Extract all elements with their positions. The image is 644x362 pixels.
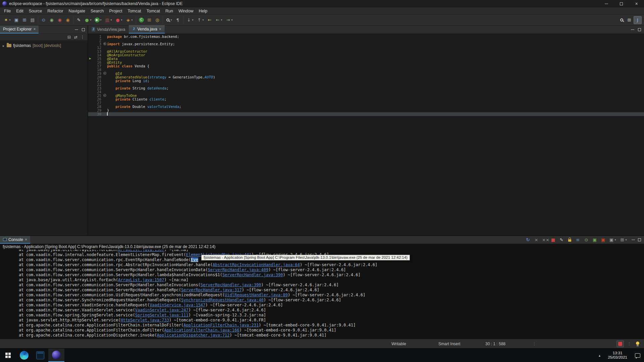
external-tools-button[interactable]: ◈▾ xyxy=(124,16,134,24)
close-console-icon[interactable]: × xyxy=(25,238,27,242)
open-type-button[interactable]: ◎ xyxy=(154,16,161,24)
code-line[interactable]: 28 private Double valorTotalVenda; xyxy=(88,105,644,109)
menu-refactor[interactable]: Refactor xyxy=(45,7,66,15)
stacktrace-link[interactable]: ApplicationFilterChain.java:166 xyxy=(164,328,239,333)
code-line[interactable]: 18 xyxy=(88,68,644,72)
fold-minus-icon[interactable]: − xyxy=(103,72,106,75)
menu-tomcat[interactable]: Tomcat xyxy=(144,7,163,15)
fold-ruler[interactable] xyxy=(102,86,107,90)
new-java-class-button[interactable]: C xyxy=(138,16,145,24)
tomcat-restart-button[interactable]: ◉ xyxy=(64,16,71,24)
annotation-ruler[interactable] xyxy=(88,53,93,57)
fold-ruler[interactable] xyxy=(102,46,107,50)
tab-venda-java[interactable]: J Venda.java × xyxy=(129,25,165,34)
code-text[interactable] xyxy=(107,101,644,105)
back-history-button[interactable]: ←▾ xyxy=(214,16,224,24)
start-button[interactable] xyxy=(0,349,16,362)
tips-button[interactable] xyxy=(635,342,641,346)
stacktrace-link[interactable]: SynchronizedRequestHandler.java:40 xyxy=(181,298,264,302)
annotation-ruler[interactable] xyxy=(88,46,93,50)
stacktrace-link[interactable]: SpringServlet.java:111 xyxy=(135,313,189,317)
code-text[interactable] xyxy=(107,46,644,50)
code-line[interactable]: 17public class Venda { xyxy=(88,64,644,68)
annotation-ruler[interactable] xyxy=(88,94,93,98)
word-wrap-button[interactable]: ≡ xyxy=(574,236,582,244)
code-text[interactable] xyxy=(107,68,644,72)
stacktrace-link[interactable]: Eve xyxy=(191,257,198,262)
annotation-ruler[interactable] xyxy=(88,112,93,116)
minimize-button[interactable] xyxy=(599,0,614,7)
minimize-console-button[interactable] xyxy=(631,237,636,243)
stacktrace-link[interactable]: HttpServlet.java:733 xyxy=(120,318,169,322)
terminate-button[interactable]: ■ xyxy=(549,236,557,244)
project-item-fjsistemas[interactable]: ▸ fjsistemas [boot] [devtools] xyxy=(0,43,88,49)
code-text[interactable]: package br.com.fjsistemas.backend; xyxy=(107,35,644,39)
code-text[interactable] xyxy=(107,39,644,42)
next-annotation-button[interactable]: ↓▾ xyxy=(185,16,195,24)
link-with-editor-button[interactable]: ⇄ xyxy=(73,35,79,40)
fold-ruler[interactable] xyxy=(102,68,107,72)
view-menu-button[interactable]: ⋮ xyxy=(79,35,86,40)
fold-ruler[interactable] xyxy=(102,90,107,94)
annotation-ruler[interactable] xyxy=(88,75,93,79)
collapse-all-button[interactable]: ⊟ xyxy=(66,35,72,40)
code-line[interactable]: 30 xyxy=(88,112,644,116)
console-output[interactable]: at java.base/java.util.ArrayList.forEach… xyxy=(0,250,644,339)
open-console-button[interactable]: ⊞▾ xyxy=(619,236,628,244)
coverage-button[interactable]: ▥▾ xyxy=(104,16,113,24)
code-text[interactable]: @AllArgsConstructor xyxy=(107,50,644,53)
code-text[interactable]: private Cliente cliente; xyxy=(107,98,644,101)
previous-annotation-button[interactable]: ↑▾ xyxy=(196,16,205,24)
fold-ruler[interactable] xyxy=(102,64,107,68)
maximize-button[interactable] xyxy=(614,0,629,7)
annotation-ruler[interactable] xyxy=(88,98,93,101)
fold-ruler[interactable] xyxy=(102,83,107,86)
code-line[interactable]: 14@NoArgsConstructor xyxy=(88,53,644,57)
action-center-button[interactable] xyxy=(631,353,644,358)
stacktrace-link[interactable]: ArrayList.java:1507 xyxy=(118,250,164,252)
quick-access-search-button[interactable] xyxy=(619,16,625,24)
fold-ruler[interactable] xyxy=(102,50,107,53)
code-line[interactable]: 3+import javax.persistence.Entity; xyxy=(88,42,644,46)
fold-ruler[interactable]: − xyxy=(102,72,107,75)
annotation-ruler[interactable] xyxy=(88,105,93,109)
code-line[interactable]: 22 xyxy=(88,83,644,86)
stacktrace-link[interactable]: ArrayList.java:1507 xyxy=(118,278,164,282)
debug-button[interactable]: ●▾ xyxy=(83,16,93,24)
code-line[interactable]: 15@Data xyxy=(88,57,644,61)
code-text[interactable] xyxy=(107,112,644,116)
fold-ruler[interactable] xyxy=(102,57,107,61)
new-server-button[interactable]: ⊙ xyxy=(40,16,47,24)
code-line[interactable]: 25− @ManyToOne xyxy=(88,94,644,98)
maximize-editor-button[interactable] xyxy=(637,27,642,32)
code-text[interactable]: } xyxy=(107,109,644,112)
annotation-ruler[interactable] xyxy=(88,90,93,94)
menu-edit[interactable]: Edit xyxy=(13,7,26,15)
fold-ruler[interactable] xyxy=(102,79,107,83)
expand-arrow-icon[interactable]: ▸ xyxy=(3,44,7,48)
annotation-ruler[interactable] xyxy=(88,101,93,105)
menu-file[interactable]: File xyxy=(1,7,13,15)
fold-ruler[interactable] xyxy=(102,101,107,105)
tab-vendaview-java[interactable]: J VendaView.java xyxy=(88,25,129,34)
run-button[interactable]: ▶▾ xyxy=(94,16,103,24)
taskbar-clock[interactable]: 13:31 25/03/2021 xyxy=(604,351,631,360)
notifications-button[interactable] xyxy=(616,341,624,347)
close-tab-icon[interactable]: × xyxy=(159,27,161,31)
print-button[interactable]: ▤ xyxy=(29,16,36,24)
annotation-ruler[interactable] xyxy=(88,50,93,53)
code-text[interactable]: @ManyToOne xyxy=(107,94,644,98)
fold-ruler[interactable] xyxy=(102,61,107,64)
menu-tomcat[interactable]: Tomcat xyxy=(125,7,144,15)
remove-launch-button[interactable]: × xyxy=(533,236,540,244)
line-number[interactable]: 30 xyxy=(93,112,102,116)
code-text[interactable]: @Data xyxy=(107,57,644,61)
close-view-icon[interactable]: × xyxy=(33,27,36,31)
code-text[interactable]: @NoArgsConstructor xyxy=(107,53,644,57)
maximize-console-button[interactable] xyxy=(637,237,642,243)
annotation-ruler[interactable] xyxy=(88,42,93,46)
annotation-ruler[interactable] xyxy=(88,79,93,83)
menu-window[interactable]: Window xyxy=(176,7,196,15)
search-button[interactable]: ▾ xyxy=(165,16,173,24)
code-line[interactable]: 21 private Long id; xyxy=(88,79,644,83)
